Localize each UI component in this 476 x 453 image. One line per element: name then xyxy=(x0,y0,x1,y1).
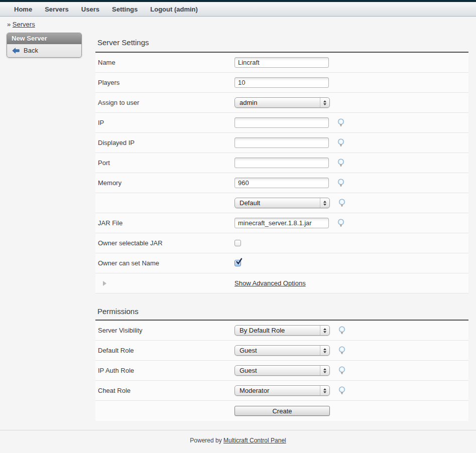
owner-can-set-name-checkbox[interactable] xyxy=(234,260,241,266)
ip-field[interactable] xyxy=(234,117,329,128)
players-field[interactable] xyxy=(234,77,329,88)
checkmark-icon xyxy=(235,257,243,265)
help-bulb-icon[interactable] xyxy=(338,346,346,355)
form-row-owner-can-set-name: Owner can set Name xyxy=(95,253,468,273)
form-row-cheat-role: Cheat Role Moderator xyxy=(95,381,468,401)
field-label: Name xyxy=(95,59,234,66)
help-bulb-icon[interactable] xyxy=(338,199,346,207)
back-arrow-icon xyxy=(12,48,20,54)
breadcrumb: » Servers xyxy=(7,21,476,28)
sidebar-title: New Server xyxy=(7,33,81,44)
field-label: IP xyxy=(95,119,234,126)
breadcrumb-link-servers[interactable]: Servers xyxy=(13,21,35,28)
select-value: By Default Role xyxy=(235,327,320,334)
form-row-default-role: Default Role Guest xyxy=(95,341,468,361)
name-field[interactable] xyxy=(234,57,329,68)
footer-text: Powered by xyxy=(190,437,221,444)
help-bulb-icon[interactable] xyxy=(338,326,346,335)
owner-selectable-jar-checkbox[interactable] xyxy=(234,240,241,246)
select-value: Moderator xyxy=(235,387,320,394)
select-arrows-icon xyxy=(320,366,329,375)
help-bulb-icon[interactable] xyxy=(337,159,345,167)
field-label: Default Role xyxy=(95,347,234,354)
select-arrows-icon xyxy=(320,98,329,107)
form-row-displayed-ip: Displayed IP xyxy=(95,133,468,153)
select-value: admin xyxy=(235,99,320,106)
help-bulb-icon[interactable] xyxy=(338,386,346,395)
create-button[interactable]: Create xyxy=(234,406,330,416)
memory-field[interactable] xyxy=(234,178,329,188)
field-label: Assign to user xyxy=(95,99,234,106)
section-title-permissions: Permissions xyxy=(97,307,468,317)
select-arrows-icon xyxy=(320,386,329,395)
main-content: Server Settings Name Players Assign to u… xyxy=(95,33,468,421)
default-role-select[interactable]: Guest xyxy=(234,345,330,356)
breadcrumb-separator: » xyxy=(7,21,11,28)
footer-link-multicraft[interactable]: Multicraft Control Panel xyxy=(223,437,286,444)
section-title-server-settings: Server Settings xyxy=(97,38,468,48)
form-row-assign-user: Assign to user admin xyxy=(95,93,468,113)
page-footer: Powered by Multicraft Control Panel xyxy=(0,430,476,444)
form-row-owner-selectable-jar: Owner selectable JAR xyxy=(95,233,468,253)
jar-file-field[interactable] xyxy=(234,218,329,228)
field-label: JAR File xyxy=(95,219,234,227)
help-bulb-icon[interactable] xyxy=(337,219,345,227)
disclosure-triangle-icon[interactable] xyxy=(103,281,106,286)
form-row-memory: Memory xyxy=(95,173,468,193)
field-label: Owner can set Name xyxy=(95,259,234,267)
server-visibility-select[interactable]: By Default Role xyxy=(234,325,330,336)
form-row-name: Name xyxy=(95,53,468,73)
field-label: Memory xyxy=(95,179,234,187)
select-value: Default xyxy=(235,199,320,207)
form-row-create: Create xyxy=(95,401,468,421)
field-label: Port xyxy=(95,159,234,167)
form-row-ip: IP xyxy=(95,113,468,133)
sidebar-panel: New Server Back xyxy=(7,33,82,58)
field-label: Displayed IP xyxy=(95,139,234,146)
help-bulb-icon[interactable] xyxy=(337,118,345,127)
form-row-server-visibility: Server Visibility By Default Role xyxy=(95,321,468,341)
displayed-ip-field[interactable] xyxy=(234,137,329,148)
form-row-ip-auth-role: IP Auth Role Guest xyxy=(95,361,468,381)
cheat-role-select[interactable]: Moderator xyxy=(234,385,330,396)
nav-item-servers[interactable]: Servers xyxy=(45,6,69,13)
show-advanced-options-link[interactable]: Show Advanced Options xyxy=(234,279,306,287)
form-row-jar-file: JAR File xyxy=(95,213,468,233)
help-bulb-icon[interactable] xyxy=(338,366,346,375)
nav-item-home[interactable]: Home xyxy=(14,6,32,13)
select-arrows-icon xyxy=(320,346,329,355)
assign-user-select[interactable]: admin xyxy=(234,97,330,108)
ip-auth-role-select[interactable]: Guest xyxy=(234,365,330,376)
field-label: IP Auth Role xyxy=(95,367,234,374)
back-label: Back xyxy=(24,47,38,54)
select-value: Guest xyxy=(235,367,320,374)
default-select[interactable]: Default xyxy=(234,198,330,208)
field-label: Players xyxy=(95,79,234,86)
form-row-default-select: Default xyxy=(95,193,468,213)
nav-item-logout[interactable]: Logout (admin) xyxy=(150,6,198,13)
port-field[interactable] xyxy=(234,158,329,168)
field-label: Server Visibility xyxy=(95,327,234,334)
field-label: Owner selectable JAR xyxy=(95,239,234,247)
form-row-players: Players xyxy=(95,73,468,93)
form-row-advanced-options: Show Advanced Options xyxy=(95,273,468,293)
form-row-port: Port xyxy=(95,153,468,173)
help-bulb-icon[interactable] xyxy=(337,138,345,147)
select-arrows-icon xyxy=(320,198,329,208)
nav-item-users[interactable]: Users xyxy=(81,6,99,13)
main-nav: Home Servers Users Settings Logout (admi… xyxy=(0,2,476,17)
help-bulb-icon[interactable] xyxy=(337,179,345,187)
nav-item-settings[interactable]: Settings xyxy=(112,6,138,13)
select-value: Guest xyxy=(235,347,320,354)
field-label: Cheat Role xyxy=(95,387,234,394)
select-arrows-icon xyxy=(320,326,329,335)
back-button[interactable]: Back xyxy=(7,44,81,57)
